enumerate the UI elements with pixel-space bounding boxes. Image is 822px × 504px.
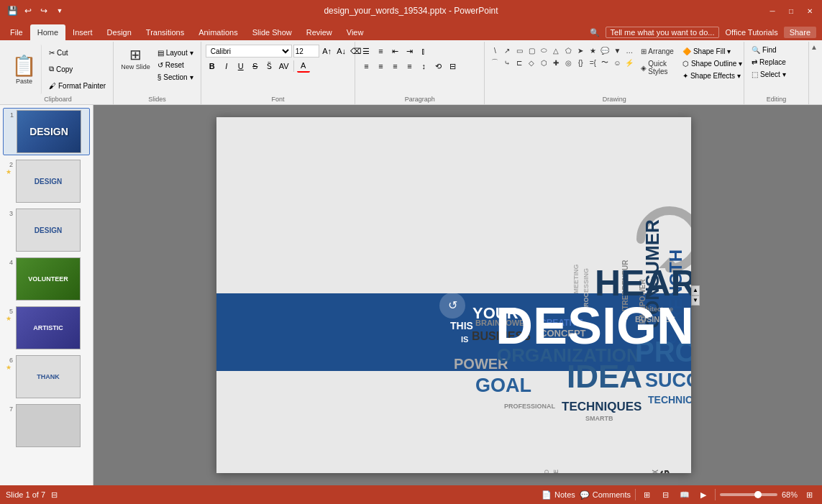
shape-triangle[interactable]: △ [550, 45, 562, 56]
fontcolor-btn[interactable]: A [297, 60, 310, 73]
slide-thumb-6[interactable]: 6 ★ THANK [3, 354, 90, 400]
increase-font-btn[interactable]: A↑ [321, 45, 334, 58]
redo-qat-btn[interactable]: ↪ [37, 4, 50, 17]
slide-canvas[interactable]: ATTENTION: TITLE - Animated Page E [216, 117, 691, 473]
shape-rounded-rect[interactable]: ▢ [526, 45, 537, 56]
arrange-btn[interactable]: ⊞ Arrange [638, 46, 677, 57]
align-center-btn[interactable]: ≡ [374, 60, 387, 73]
shape-eq[interactable]: ={ [587, 57, 598, 68]
shape-star[interactable]: ★ [587, 45, 598, 56]
slide-sorter-btn[interactable]: ⊟ [659, 487, 673, 502]
fit-slide-btn[interactable]: ⊞ [802, 487, 816, 502]
bullets-btn[interactable]: ☰ [360, 45, 373, 58]
shape-smile[interactable]: ☺ [611, 57, 623, 68]
font-size-input[interactable] [293, 45, 319, 58]
close-btn[interactable]: ✕ [803, 4, 816, 17]
align-right-btn[interactable]: ≡ [388, 60, 401, 73]
charspace-btn[interactable]: AV [278, 60, 291, 73]
shape-arrow[interactable]: ↗ [501, 45, 513, 56]
maximize-btn[interactable]: □ [785, 4, 798, 17]
minimize-btn[interactable]: ─ [766, 4, 779, 17]
slideshow-btn[interactable]: ▶ [696, 487, 711, 502]
justify-btn[interactable]: ≡ [403, 60, 416, 73]
save-qat-btn[interactable]: 💾 [6, 4, 19, 17]
tab-file[interactable]: File [3, 24, 30, 40]
zoom-handle[interactable] [754, 491, 762, 498]
underline-btn[interactable]: U [234, 60, 247, 73]
zoom-slider[interactable] [720, 493, 777, 496]
shape-lightning[interactable]: ⚡ [624, 57, 635, 68]
reset-btn[interactable]: ↺ Reset [155, 60, 196, 70]
slide-thumb-4[interactable]: 4 VOLUNTEER [3, 256, 90, 302]
copy-btn[interactable]: ⧉ Copy [46, 63, 109, 75]
shape-conn[interactable]: ⤷ [501, 57, 513, 68]
section-btn[interactable]: § Section ▾ [155, 72, 196, 83]
shape-pentagon[interactable]: ⬠ [562, 45, 574, 56]
customize-qat-btn[interactable]: ▼ [53, 4, 66, 17]
reading-view-btn[interactable]: 📖 [677, 487, 692, 502]
replace-btn[interactable]: ⇄ Replace [749, 57, 789, 68]
tab-design[interactable]: Design [100, 24, 139, 40]
strikethrough-btn[interactable]: S [249, 60, 262, 73]
shape-chevron[interactable]: ➤ [575, 45, 586, 56]
shape-more[interactable]: ▼ [611, 45, 623, 56]
slide-thumb-7[interactable]: 7 [3, 403, 90, 449]
text-direction-btn[interactable]: ⟲ [431, 60, 444, 73]
undo-qat-btn[interactable]: ↩ [22, 4, 35, 17]
slide-thumb-1[interactable]: 1 DESIGN [3, 108, 90, 155]
smart-art-btn[interactable]: ⊟ [446, 60, 459, 73]
tab-home[interactable]: Home [30, 24, 65, 40]
font-name-select[interactable]: Calibri [206, 45, 292, 58]
shape-hex[interactable]: ⬡ [538, 57, 549, 68]
shape-cross[interactable]: ✚ [550, 57, 562, 68]
shape-rect[interactable]: ▭ [513, 45, 525, 56]
share-btn[interactable]: Share [784, 27, 816, 38]
shape-outline-btn[interactable]: ⬡ Shape Outline ▾ [680, 58, 745, 69]
find-btn[interactable]: 🔍 Find [749, 45, 779, 55]
align-left-btn[interactable]: ≡ [360, 60, 373, 73]
ribbon-collapse-btn[interactable]: ▲ [810, 43, 818, 51]
tab-insert[interactable]: Insert [65, 24, 100, 40]
numbering-btn[interactable]: ≡ [374, 45, 387, 58]
select-btn[interactable]: ⬚ Select ▾ [749, 69, 789, 80]
shape-ring[interactable]: ◎ [562, 57, 574, 68]
columns-btn[interactable]: ⫿ [417, 45, 430, 58]
notes-btn[interactable]: 📄 Notes [542, 490, 575, 500]
tab-transitions[interactable]: Transitions [139, 24, 191, 40]
shape-line[interactable]: \ [489, 45, 501, 56]
shape-curve[interactable]: ⌒ [489, 57, 501, 68]
tab-review[interactable]: Review [299, 24, 339, 40]
decrease-indent-btn[interactable]: ⇤ [388, 45, 401, 58]
format-painter-btn[interactable]: 🖌 Format Painter [46, 81, 109, 91]
shape-extra[interactable]: … [624, 45, 635, 56]
right-scrollbar[interactable]: ▲ ▼ [691, 285, 700, 306]
normal-view-btn[interactable]: ⊞ [640, 487, 654, 502]
shadow-btn[interactable]: S̈ [263, 60, 276, 73]
office-tutorials-link[interactable]: Office Tutorials [725, 28, 777, 37]
scroll-down-btn[interactable]: ▼ [691, 295, 700, 306]
shape-brace[interactable]: {} [575, 57, 586, 68]
shape-effects-btn[interactable]: ✦ Shape Effects ▾ [680, 70, 745, 81]
slides-panel[interactable]: 1 DESIGN 2 ★ DESIGN 3 DESIGN 4 [0, 105, 93, 485]
shape-wave[interactable]: 〜 [599, 57, 611, 68]
tell-me-input[interactable]: Tell me what you want to do... [606, 27, 720, 38]
tab-slideshow[interactable]: Slide Show [245, 24, 299, 40]
quick-styles-btn[interactable]: ◈ Quick Styles [638, 58, 677, 77]
tab-view[interactable]: View [339, 24, 371, 40]
increase-indent-btn[interactable]: ⇥ [403, 45, 416, 58]
tab-animations[interactable]: Animations [191, 24, 245, 40]
shape-oval[interactable]: ⬭ [538, 45, 549, 56]
slide-thumb-3[interactable]: 3 DESIGN [3, 207, 90, 253]
decrease-font-btn[interactable]: A↓ [335, 45, 348, 58]
shape-para2[interactable]: ◇ [526, 57, 537, 68]
new-slide-btn[interactable]: ⊞ New Slide [118, 45, 153, 72]
slide-thumb-5[interactable]: 5 ★ ARTISTIC [3, 305, 90, 351]
italic-btn[interactable]: I [220, 60, 233, 73]
line-spacing-btn[interactable]: ↕ [417, 60, 430, 73]
shape-block[interactable]: ⊏ [513, 57, 525, 68]
shape-callout[interactable]: 💬 [599, 45, 611, 56]
paste-btn[interactable]: 📋 Paste [7, 45, 42, 94]
comments-btn[interactable]: 💬 Comments [580, 490, 631, 500]
bold-btn[interactable]: B [206, 60, 219, 73]
scroll-up-btn[interactable]: ▲ [691, 285, 700, 295]
